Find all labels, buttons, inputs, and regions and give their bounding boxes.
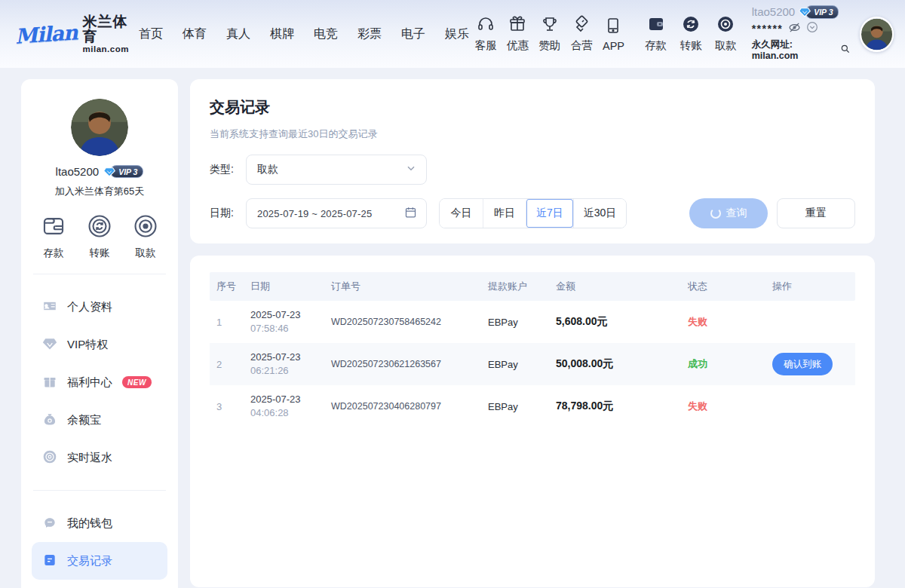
nav-item-slots[interactable]: 电子 [401, 26, 425, 42]
diamond-icon [103, 166, 115, 178]
type-select[interactable]: 取款 [246, 155, 427, 185]
row-no: 2 [210, 359, 244, 370]
logo-domain-text: milan.com [83, 44, 129, 54]
table-row: 3 2025-07-23 04:06:28 WD2025072304062807… [210, 385, 855, 427]
menu-label: 交易记录 [67, 554, 112, 568]
row-datetime: 2025-07-23 06:21:26 [244, 351, 324, 378]
menu-label: 福利中心 [67, 375, 112, 390]
dropdown-chevron-icon[interactable] [806, 21, 818, 37]
page-subtitle: 当前系统支持查询最近30日的交易记录 [210, 127, 855, 141]
divider [33, 274, 166, 274]
loading-spinner-icon [710, 208, 721, 219]
nav-item-home[interactable]: 首页 [139, 26, 163, 42]
range-today-button[interactable]: 今日 [440, 199, 483, 228]
query-button[interactable]: 查询 [689, 198, 768, 228]
date-range-input[interactable]: 2025-07-19 ~ 2025-07-25 [246, 198, 427, 228]
col-header-account: 提款账户 [481, 280, 549, 293]
reset-button[interactable]: 重置 [777, 198, 855, 228]
sidebar-quick-actions: 存款 转账 取款 [32, 213, 167, 260]
confirm-received-button[interactable]: 确认到账 [772, 353, 833, 375]
type-label: 类型: [210, 163, 246, 176]
nav-item-casino[interactable]: 娱乐 [445, 26, 469, 42]
calendar-icon [404, 206, 417, 222]
nav-item-cards[interactable]: 棋牌 [270, 26, 294, 42]
sidebar-item-wallet[interactable]: 我的钱包 [32, 504, 167, 542]
vip-badge[interactable]: VIP 3 [799, 5, 839, 19]
row-datetime: 2025-07-23 04:06:28 [244, 393, 324, 420]
nav-item-live[interactable]: 真人 [226, 26, 250, 42]
transfer-icon [682, 15, 700, 36]
promo-button[interactable]: 优惠 [502, 15, 532, 53]
sidebar-item-transactions[interactable]: 交易记录 [32, 542, 167, 580]
sidebar-item-vip[interactable]: VIP特权 [32, 326, 167, 363]
magnifier-icon[interactable] [840, 44, 851, 58]
row-status: 失败 [681, 315, 765, 329]
row-amount: 5,608.00元 [549, 315, 681, 329]
sidebar-vip-badge[interactable]: VIP 3 [103, 165, 143, 178]
partner-button[interactable]: 合营 [566, 15, 597, 53]
row-order-no: WD202507230621263567 [324, 359, 481, 369]
sidebar-transfer-button[interactable]: 转账 [87, 213, 112, 260]
range-yesterday-button[interactable]: 昨日 [483, 199, 526, 228]
withdraw-button[interactable]: 取款 [710, 15, 741, 53]
type-filter-row: 类型: 取款 [210, 155, 855, 185]
phone-icon [604, 17, 622, 38]
range-30days-button[interactable]: 近30日 [573, 199, 627, 228]
gem-icon [42, 336, 57, 354]
app-download-button[interactable]: APP [598, 17, 628, 52]
page: Milan 米兰体育 milan.com 首页 体育 真人 棋牌 电竞 彩票 电… [0, 0, 905, 588]
quick-range-group: 今日 昨日 近7日 近30日 [439, 198, 627, 228]
header-right: 客服 优惠 赞助 合营 [469, 5, 894, 63]
query-button-label: 查询 [726, 207, 747, 220]
type-select-value: 取款 [257, 163, 405, 176]
logo-cn-text: 米兰体育 [83, 14, 129, 44]
deposit-button[interactable]: 存款 [641, 15, 671, 53]
gift-icon [508, 15, 526, 36]
transfer-button[interactable]: 转账 [676, 15, 706, 53]
filter-actions: 查询 重置 [689, 198, 855, 228]
row-status: 成功 [681, 357, 765, 371]
nav-item-esports[interactable]: 电竞 [314, 26, 338, 42]
filters-panel: 交易记录 当前系统支持查询最近30日的交易记录 类型: 取款 日期: 2025-… [190, 79, 875, 243]
piggy-bank-icon [42, 515, 57, 532]
col-header-date: 日期 [244, 280, 324, 293]
user-info-block: ltao5200 VIP 3 ****** 永久网址: [752, 5, 851, 63]
balance-mask-text: ****** [752, 23, 784, 36]
sidebar-item-benefits[interactable]: 福利中心 NEW [32, 363, 167, 401]
withdraw-icon [716, 15, 735, 36]
transfer-outline-icon [87, 213, 112, 242]
eye-slash-icon[interactable] [788, 21, 801, 38]
headset-icon [477, 15, 495, 36]
id-card-icon [42, 299, 57, 316]
sidebar-item-profile[interactable]: 个人资料 [32, 288, 167, 326]
row-order-no: WD202507230758465242 [324, 317, 481, 327]
trophy-icon [541, 15, 559, 36]
row-amount: 50,008.00元 [549, 357, 681, 371]
sidebar-item-yuebao[interactable]: 余额宝 [32, 401, 167, 439]
top-header: Milan 米兰体育 milan.com 首页 体育 真人 棋牌 电竞 彩票 电… [0, 0, 905, 68]
sidebar-deposit-button[interactable]: 存款 [41, 213, 66, 260]
menu-label: 实时返水 [67, 451, 112, 465]
benefit-gift-icon [42, 374, 57, 391]
nav-item-lottery[interactable]: 彩票 [357, 26, 382, 42]
date-label: 日期: [210, 207, 246, 220]
table-row: 1 2025-07-23 07:58:46 WD2025072307584652… [210, 301, 855, 343]
sidebar-item-rebate[interactable]: 实时返水 [32, 439, 167, 476]
menu-label: VIP特权 [67, 338, 108, 352]
row-no: 3 [210, 401, 244, 412]
sidebar-item-bets[interactable]: 投注记录 [32, 580, 167, 588]
table-header-row: 序号 日期 订单号 提款账户 金额 状态 操作 [210, 272, 855, 301]
transaction-record-icon [42, 553, 57, 570]
header-avatar[interactable] [860, 17, 894, 52]
range-7days-button[interactable]: 近7日 [526, 199, 573, 228]
col-header-no: 序号 [210, 280, 244, 293]
sidebar: ltao5200 VIP 3 加入米兰体育第65天 存款 [21, 79, 178, 588]
partner-icon [572, 15, 591, 36]
row-no: 1 [210, 317, 244, 328]
nav-item-sports[interactable]: 体育 [183, 26, 207, 42]
sidebar-withdraw-button[interactable]: 取款 [133, 213, 158, 260]
sidebar-avatar[interactable] [71, 99, 128, 156]
sponsor-button[interactable]: 赞助 [535, 15, 565, 53]
site-logo[interactable]: Milan 米兰体育 milan.com [15, 14, 128, 54]
customer-service-button[interactable]: 客服 [471, 15, 501, 53]
